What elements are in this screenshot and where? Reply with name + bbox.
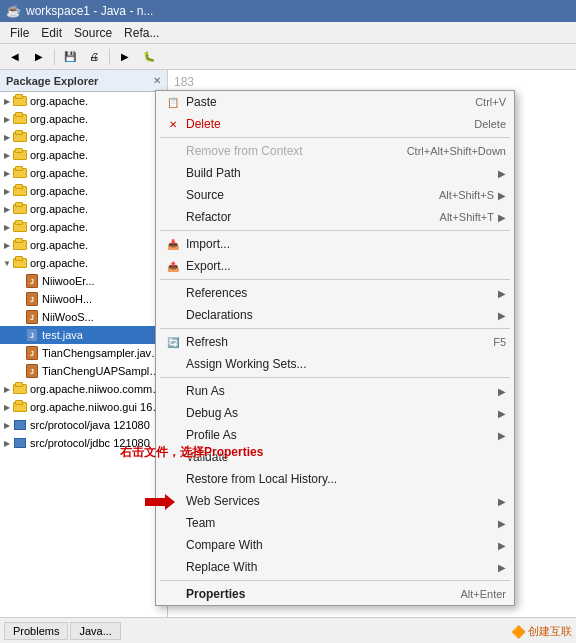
web-services-icon (164, 493, 182, 509)
ctx-refactor[interactable]: Refactor Alt+Shift+T ▶ (156, 206, 514, 228)
ctx-run-as[interactable]: Run As ▶ (156, 380, 514, 402)
delete-shortcut: Delete (474, 118, 506, 130)
menu-file[interactable]: File (4, 24, 35, 42)
list-item[interactable]: ▶ org.apache.niiwoo.gui 169881 (0, 398, 167, 416)
tab-problems[interactable]: Problems (4, 622, 68, 640)
ctx-import[interactable]: 📥 Import... (156, 233, 514, 255)
submenu-arrow: ▶ (498, 518, 506, 529)
ctx-paste[interactable]: 📋 Paste Ctrl+V (156, 91, 514, 113)
ctx-references[interactable]: References ▶ (156, 282, 514, 304)
package-open-icon (12, 255, 28, 271)
import-icon: 📥 (164, 236, 182, 252)
toolbar-back[interactable]: ◀ (4, 47, 26, 67)
toolbar-save[interactable]: 💾 (59, 47, 81, 67)
src-icon (12, 417, 28, 433)
src-icon (12, 435, 28, 451)
ctx-restore-local-history[interactable]: Restore from Local History... (156, 468, 514, 490)
context-menu: 📋 Paste Ctrl+V ✕ Delete Delete Remove fr… (155, 90, 515, 606)
list-item[interactable]: ▶ org.apache.niiwoo.commons 169881 (0, 380, 167, 398)
list-item[interactable]: ▶ org.apache. (0, 236, 167, 254)
item-label: org.apache.niiwoo.commons 169881 (30, 383, 165, 395)
submenu-arrow: ▶ (498, 168, 506, 179)
expand-arrow: ▶ (2, 399, 12, 415)
expand-arrow: ▶ (2, 129, 12, 145)
ctx-properties[interactable]: Properties Alt+Enter (156, 583, 514, 605)
list-item[interactable]: ▶ J test.java (0, 326, 167, 344)
menu-refactor[interactable]: Refa... (118, 24, 165, 42)
list-item[interactable]: ▶ org.apache. (0, 146, 167, 164)
ctx-source[interactable]: Source Alt+Shift+S ▶ (156, 184, 514, 206)
item-label: NiiwooH... (42, 293, 92, 305)
java-icon: J (24, 345, 40, 361)
toolbar-run[interactable]: ▶ (114, 47, 136, 67)
list-item[interactable]: ▶ J NiiWooS... (0, 308, 167, 326)
menu-source[interactable]: Source (68, 24, 118, 42)
refresh-icon: 🔄 (164, 334, 182, 350)
item-label: src/protocol/java 121080 (30, 419, 150, 431)
java-icon: J (24, 273, 40, 289)
java-icon: J (24, 309, 40, 325)
restore-icon (164, 471, 182, 487)
ctx-refresh[interactable]: 🔄 Refresh F5 (156, 331, 514, 353)
refactor-icon (164, 209, 182, 225)
list-item[interactable]: ▶ org.apache. (0, 182, 167, 200)
list-item[interactable]: ▶ J TianChengsampler.java 169881 (0, 344, 167, 362)
ctx-profile-as[interactable]: Profile As ▶ (156, 424, 514, 446)
ctx-delete[interactable]: ✕ Delete Delete (156, 113, 514, 135)
submenu-arrow: ▶ (498, 190, 506, 201)
watermark: 🔶 创建互联 (511, 624, 572, 639)
ctx-export[interactable]: 📤 Export... (156, 255, 514, 277)
tab-java[interactable]: Java... (70, 622, 120, 640)
ctx-label: Refresh (186, 335, 485, 349)
menu-edit[interactable]: Edit (35, 24, 68, 42)
refresh-shortcut: F5 (493, 336, 506, 348)
ctx-replace-with[interactable]: Replace With ▶ (156, 556, 514, 578)
submenu-arrow: ▶ (498, 496, 506, 507)
toolbar-debug[interactable]: 🐛 (138, 47, 160, 67)
panel-header: Package Explorer ✕ (0, 70, 167, 92)
ctx-assign-working-sets[interactable]: Assign Working Sets... (156, 353, 514, 375)
list-item[interactable]: ▶ org.apache. (0, 92, 167, 110)
list-item[interactable]: ▶ org.apache. (0, 128, 167, 146)
ctx-label: Assign Working Sets... (186, 357, 506, 371)
java-icon: J (24, 327, 40, 343)
ctx-build-path[interactable]: Build Path ▶ (156, 162, 514, 184)
expand-arrow: ▶ (2, 435, 12, 451)
list-item[interactable]: ▶ J NiiwooEr... (0, 272, 167, 290)
toolbar-forward[interactable]: ▶ (28, 47, 50, 67)
panel-title: Package Explorer (6, 75, 98, 87)
package-explorer-panel: Package Explorer ✕ ▶ org.apache. ▶ org.a… (0, 70, 168, 643)
list-item[interactable]: ▶ org.apache. (0, 200, 167, 218)
item-label: org.apache. (30, 257, 88, 269)
item-label: src/protocol/jdbc 121080 (30, 437, 150, 449)
package-icon (12, 201, 28, 217)
ctx-sep (160, 377, 510, 378)
ctx-label: Team (186, 516, 494, 530)
item-label: org.apache. (30, 203, 88, 215)
menu-bar: File Edit Source Refa... (0, 22, 576, 44)
panel-close-button[interactable]: ✕ (153, 75, 161, 86)
ctx-web-services[interactable]: Web Services ▶ (156, 490, 514, 512)
declarations-icon (164, 307, 182, 323)
tree-container: ▶ org.apache. ▶ org.apache. ▶ org.apache… (0, 92, 167, 452)
ctx-label: Replace With (186, 560, 494, 574)
ctx-label: Restore from Local History... (186, 472, 506, 486)
list-item[interactable]: ▶ src/protocol/jdbc 121080 (0, 434, 167, 452)
ctx-team[interactable]: Team ▶ (156, 512, 514, 534)
list-item[interactable]: ▶ org.apache. (0, 164, 167, 182)
list-item[interactable]: ▶ src/protocol/java 121080 (0, 416, 167, 434)
list-item[interactable]: ▶ org.apache. (0, 110, 167, 128)
ctx-validate[interactable]: Validate (156, 446, 514, 468)
ctx-label: Compare With (186, 538, 494, 552)
ctx-debug-as[interactable]: Debug As ▶ (156, 402, 514, 424)
ctx-remove-context: Remove from Context Ctrl+Alt+Shift+Down (156, 140, 514, 162)
list-item[interactable]: ▶ J NiiwooH... (0, 290, 167, 308)
toolbar-print[interactable]: 🖨 (83, 47, 105, 67)
ctx-declarations[interactable]: Declarations ▶ (156, 304, 514, 326)
list-item[interactable]: ▶ org.apache. (0, 218, 167, 236)
list-item[interactable]: ▼ org.apache. (0, 254, 167, 272)
ctx-compare-with[interactable]: Compare With ▶ (156, 534, 514, 556)
package-icon (12, 399, 28, 415)
source-icon (164, 187, 182, 203)
list-item[interactable]: ▶ J TianChengUAPSampler.java 169881 (0, 362, 167, 380)
